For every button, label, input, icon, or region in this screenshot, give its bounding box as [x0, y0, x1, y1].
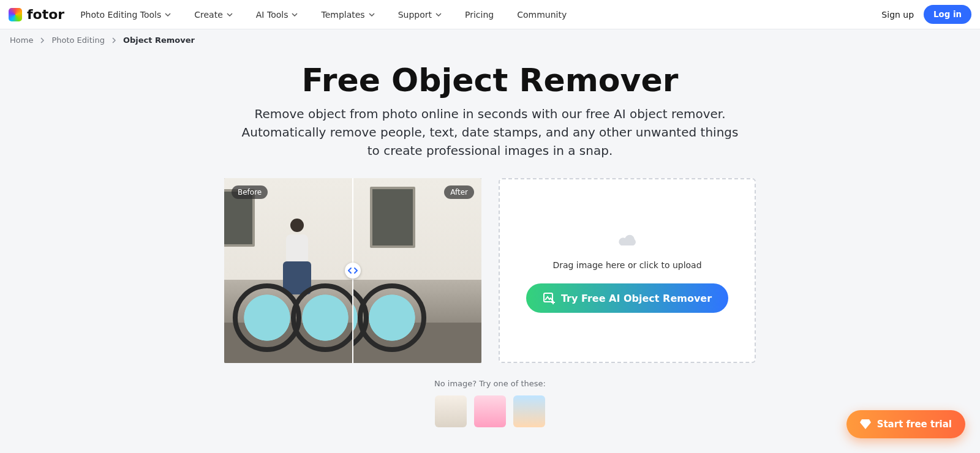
sample-bike [229, 278, 334, 352]
site-header: fotor Photo Editing Tools Create AI Tool… [0, 0, 980, 29]
chevron-down-icon [227, 12, 233, 18]
try-object-remover-button[interactable]: Try Free AI Object Remover [526, 283, 728, 313]
left-nav: fotor Photo Editing Tools Create AI Tool… [9, 7, 567, 22]
menu-templates[interactable]: Templates [321, 10, 374, 20]
right-nav: Sign up Log in [881, 5, 971, 24]
after-tag: After [444, 185, 474, 199]
page-subtitle: Remove object from photo online in secon… [239, 105, 741, 160]
image-upload-icon [543, 292, 555, 304]
brand-logo[interactable]: fotor [9, 7, 64, 22]
before-side [224, 178, 353, 363]
chevron-right-icon [39, 37, 45, 43]
sample-thumb-1[interactable] [435, 395, 467, 427]
menu-pricing[interactable]: Pricing [465, 10, 494, 20]
samples-hint: No image? Try one of these: [123, 379, 858, 388]
upload-hint: Drag image here or click to upload [552, 260, 701, 270]
compare-handle[interactable] [345, 263, 361, 279]
sample-thumb-2[interactable] [474, 395, 506, 427]
panels: Before After Drag image here or click to… [123, 178, 858, 363]
sample-bike [353, 278, 402, 352]
breadcrumb-photo-editing[interactable]: Photo Editing [51, 36, 105, 45]
signup-link[interactable]: Sign up [881, 10, 914, 20]
menu-support[interactable]: Support [398, 10, 442, 20]
chevron-down-icon [165, 12, 171, 18]
after-side [353, 178, 481, 363]
breadcrumb-current: Object Remover [123, 36, 195, 45]
menu-community[interactable]: Community [517, 10, 567, 20]
diamond-icon [860, 419, 871, 427]
brand-name: fotor [27, 7, 64, 22]
chevron-down-icon [369, 12, 375, 18]
chevron-down-icon [292, 12, 298, 18]
drag-horizontal-icon [348, 267, 358, 274]
cloud-upload-icon [615, 228, 639, 247]
upload-dropzone[interactable]: Drag image here or click to upload Try F… [499, 178, 756, 363]
page-title: Free Object Remover [137, 62, 843, 99]
menu-ai-tools[interactable]: AI Tools [256, 10, 298, 20]
breadcrumb-home[interactable]: Home [10, 36, 33, 45]
breadcrumb: Home Photo Editing Object Remover [0, 29, 980, 51]
sample-thumbs [123, 395, 858, 427]
chevron-right-icon [111, 37, 117, 43]
menu-photo-editing-tools[interactable]: Photo Editing Tools [80, 10, 171, 20]
hero: Free Object Remover Remove object from p… [123, 62, 858, 160]
login-button[interactable]: Log in [924, 5, 971, 24]
samples: No image? Try one of these: [123, 379, 858, 427]
chevron-down-icon [435, 12, 442, 18]
sample-thumb-3[interactable] [513, 395, 545, 427]
before-tag: Before [232, 185, 268, 199]
brand-logo-mark [9, 8, 22, 21]
menu-create[interactable]: Create [194, 10, 233, 20]
before-after-compare[interactable]: Before After [224, 178, 481, 363]
main-menu: Photo Editing Tools Create AI Tools Temp… [80, 10, 567, 20]
start-free-trial-button[interactable]: Start free trial [846, 410, 965, 427]
